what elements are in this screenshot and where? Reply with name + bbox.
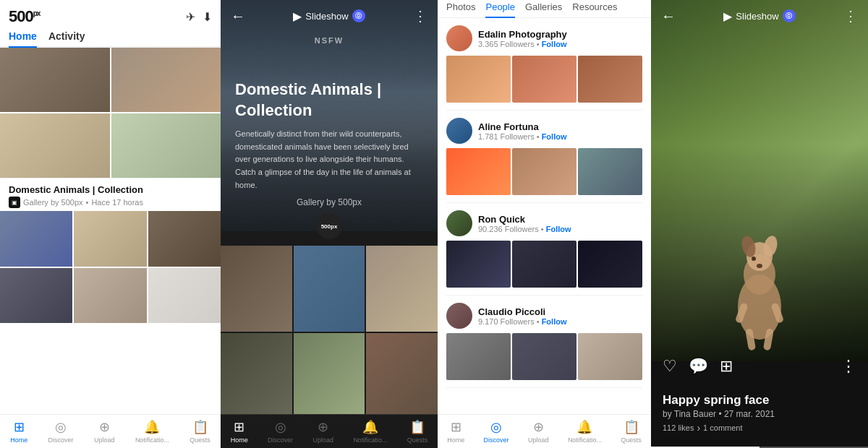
back-button[interactable]: ← [231,8,245,25]
person-top: Ron Quick 90.236 Followers • Follow [446,210,642,236]
gallery-description: Genetically distinct from their wild cou… [235,128,423,191]
person-avatar [446,25,472,51]
person-photo[interactable] [512,56,576,103]
people-nav-notif[interactable]: 🔔 Notificatio... [568,419,602,444]
people-nav-home-label: Home [447,436,464,444]
gallery-logo: 500px [316,213,342,239]
photo-detail-info: Happy spring face by Tina Bauer • 27 mar… [651,393,868,434]
person-photos [446,241,642,288]
quests-icon: 📋 [409,419,425,435]
photo-cell[interactable] [74,268,146,324]
play-icon: ▶ [723,9,732,23]
nav-discover-label: Discover [48,436,74,444]
person-name: Edalin Photography [478,29,642,40]
tab-galleries[interactable]: Galleries [525,1,562,17]
people-nav-discover[interactable]: ◎ Discover [484,419,509,444]
photo-cell[interactable] [0,48,110,112]
photo-cell[interactable] [148,211,221,267]
photo-author: by Tina Bauer • 27 mar. 2021 [663,409,856,419]
photo-cell[interactable] [0,211,72,267]
collection-by: Gallery by 500px [23,198,83,207]
more-button[interactable]: ⋮ [843,7,858,25]
gallery-by: Gallery by 500px [297,197,362,207]
person-item: Edalin Photography 3.365 Followers • Fol… [446,18,642,111]
person-photo[interactable] [512,148,576,195]
download-icon[interactable]: ⬇ [203,10,212,24]
send-icon[interactable]: ✈ [186,10,195,24]
photo-cell[interactable] [0,113,110,178]
photo-title: Happy spring face [663,393,856,408]
photo-cell[interactable] [74,211,146,267]
nav-discover[interactable]: ◎ Discover [48,419,74,444]
upload-icon: ⊕ [318,419,328,435]
tab-photos[interactable]: Photos [446,1,475,17]
person-name: Ron Quick [478,214,642,225]
people-bottom-nav: ⊞ Home ◎ Discover ⊕ Upload 🔔 Notificatio… [438,414,651,448]
tab-resources[interactable]: Resources [572,1,617,17]
gallery-nav-discover-label: Discover [268,436,293,444]
person-photos [446,56,642,103]
person-photo[interactable] [446,333,511,380]
follow-link[interactable]: Follow [542,132,567,141]
person-item: Ron Quick 90.236 Followers • Follow [446,203,642,296]
upload-icon: ⊕ [533,419,544,435]
gallery-nav-quests-label: Quests [407,436,428,444]
person-followers: 3.365 Followers • Follow [478,40,642,48]
discover-icon: ◎ [490,419,502,435]
tab-people[interactable]: People [485,1,514,18]
gallery-nav-upload[interactable]: ⊕ Upload [312,419,333,444]
person-photo[interactable] [446,56,511,103]
person-name: Aline Fortuna [478,121,642,132]
people-nav-upload[interactable]: ⊕ Upload [528,419,549,444]
dog-illustration [702,191,817,350]
gallery-bottom-nav: ⊞ Home ◎ Discover ⊕ Upload 🔔 Notificatio… [221,414,438,448]
tab-home[interactable]: Home [9,30,37,48]
back-button[interactable]: ← [661,8,676,25]
people-nav-quests[interactable]: 📋 Quests [621,419,642,444]
person-avatar [446,210,472,236]
nav-upload-label: Upload [94,436,115,444]
person-photo[interactable] [512,333,576,380]
person-photo[interactable] [446,241,511,288]
like-icon[interactable]: ♡ [663,357,677,376]
nav-notifications[interactable]: 🔔 Notificatio... [135,419,169,444]
more-icon[interactable]: ⋮ [841,357,856,376]
follow-link[interactable]: Follow [542,317,567,326]
photo-cell[interactable] [111,113,221,178]
person-top: Claudio Piccoli 9.170 Followers • Follow [446,303,642,329]
person-photo[interactable] [578,56,642,103]
nav-upload[interactable]: ⊕ Upload [94,419,115,444]
nav-quests[interactable]: 📋 Quests [190,419,210,444]
slideshow-badge: ⓪ [352,9,365,22]
photo-cell[interactable] [0,268,72,324]
gallery-nav-notif[interactable]: 🔔 Notificatio... [353,419,387,444]
slideshow-button[interactable]: ▶ Slideshow ⓪ [723,9,795,23]
feed-bottom-nav: ⊞ Home ◎ Discover ⊕ Upload 🔔 Notificatio… [0,414,221,448]
gallery-nav-home[interactable]: ⊞ Home [231,419,248,444]
gallery-header: ← ▶ Slideshow ⓪ ⋮ [221,0,438,32]
person-photo[interactable] [446,148,511,195]
person-followers: 9.170 Followers • Follow [478,317,642,326]
tab-activity[interactable]: Activity [48,30,85,46]
photo-cell[interactable] [148,268,221,324]
person-photo[interactable] [578,333,642,380]
follow-link[interactable]: Follow [542,40,567,48]
gallery-nav-discover[interactable]: ◎ Discover [268,419,293,444]
discover-icon: ◎ [55,419,67,435]
person-photo[interactable] [578,148,642,195]
person-item: Claudio Piccoli 9.170 Followers • Follow [446,296,642,388]
gallery-nav-quests[interactable]: 📋 Quests [407,419,428,444]
person-top: Edalin Photography 3.365 Followers • Fol… [446,25,642,51]
people-nav-home[interactable]: ⊞ Home [447,419,464,444]
nav-home[interactable]: ⊞ Home [10,419,27,444]
share-icon[interactable]: ⊞ [720,357,733,376]
collection-card[interactable]: Domestic Animals | Collection ▣ Gallery … [0,178,221,211]
photo-cell[interactable] [111,48,221,112]
person-photo[interactable] [578,241,642,288]
follow-link[interactable]: Follow [546,225,571,233]
person-photo[interactable] [512,241,576,288]
comment-icon[interactable]: 💬 [689,357,708,376]
more-button[interactable]: ⋮ [413,7,427,25]
slideshow-button[interactable]: ▶ Slideshow ⓪ [293,9,365,23]
photo-detail-header: ← ▶ Slideshow ⓪ ⋮ [651,0,868,32]
